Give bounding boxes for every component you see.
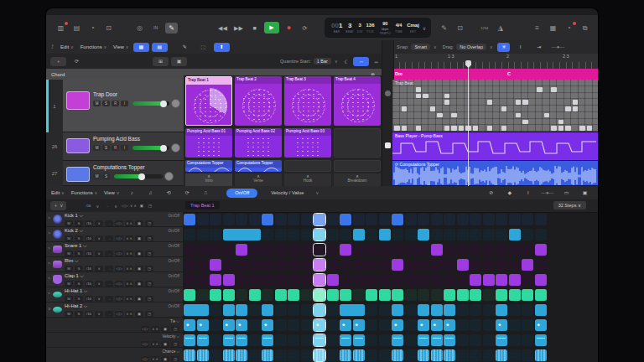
- step-cell[interactable]: ◆: [223, 319, 235, 332]
- sequencer-row-header[interactable]: Chance ⌵◁ ▷∨ ∧▣◳: [46, 348, 183, 362]
- s-button[interactable]: S: [102, 101, 110, 106]
- row-name[interactable]: Hi-Hat 1 ⌵: [65, 288, 87, 294]
- empty-loop-slot[interactable]: [334, 128, 381, 158]
- pan-knob[interactable]: [171, 143, 180, 153]
- cycle-cells-button[interactable]: ⟳: [69, 57, 85, 66]
- step-cell[interactable]: [275, 229, 287, 241]
- step-cell[interactable]: [509, 289, 521, 302]
- step-cell[interactable]: [470, 259, 481, 272]
- grid-view-toggle[interactable]: ▦: [133, 43, 149, 52]
- step-cell[interactable]: [509, 244, 521, 256]
- step-cell[interactable]: [509, 334, 521, 347]
- preview-speaker-icon[interactable]: ◆: [501, 189, 517, 198]
- step-cell[interactable]: [379, 349, 391, 362]
- step-cell[interactable]: [262, 334, 273, 347]
- step-cell[interactable]: [314, 334, 325, 347]
- step-cell[interactable]: [340, 304, 365, 317]
- step-cell[interactable]: [418, 214, 429, 226]
- pencil-edit-icon[interactable]: ✎: [438, 23, 450, 34]
- direction-icon[interactable]: →: [105, 296, 113, 302]
- sequencer-row-header[interactable]: >Clap 1 ⌵On/OffMS/16∨→◁ ▷∨ ∧▣◳: [46, 272, 183, 287]
- step-cell[interactable]: [223, 334, 235, 347]
- step-cell[interactable]: [457, 304, 469, 317]
- step-cell[interactable]: [288, 229, 299, 241]
- step-cell[interactable]: [353, 214, 365, 226]
- tracks-view-toggle[interactable]: ▤: [152, 43, 168, 52]
- step-cell[interactable]: [405, 214, 417, 226]
- step-cell[interactable]: [210, 244, 221, 256]
- midi-in-icon[interactable]: ⎍: [198, 189, 214, 198]
- step-cell[interactable]: [275, 319, 287, 332]
- s-button[interactable]: S: [102, 173, 110, 179]
- step-cell[interactable]: [431, 334, 443, 347]
- step-cell[interactable]: [483, 214, 495, 226]
- step-cell[interactable]: [366, 229, 377, 241]
- sequencer-row-header[interactable]: >Kick 1 ⌵On/OffMS/16∨→◁ ▷∨ ∧▣◳: [46, 212, 183, 227]
- step-cell[interactable]: [340, 274, 351, 287]
- metronome-icon[interactable]: ◮: [494, 23, 506, 34]
- global-clear-icon[interactable]: ▣: [138, 202, 146, 209]
- step-cell[interactable]: ◆: [340, 319, 351, 332]
- step-cell[interactable]: [457, 274, 469, 287]
- cell-edit-button[interactable]: ⊞: [153, 57, 169, 66]
- pan-knob[interactable]: [164, 172, 174, 181]
- scene-trigger[interactable]: ∧Hook: [284, 173, 331, 186]
- step-cell[interactable]: ◆: [392, 319, 403, 332]
- step-cell[interactable]: [392, 304, 403, 317]
- solo-button[interactable]: S: [75, 266, 83, 272]
- step-cell[interactable]: [535, 334, 547, 347]
- region-computations-topper[interactable]: ⟳ Computations Topper: [392, 161, 598, 186]
- rate-stepper[interactable]: ∨: [95, 235, 103, 241]
- step-cell[interactable]: [496, 304, 507, 317]
- octave-icons[interactable]: ∨ ∧: [125, 220, 133, 226]
- step-cell[interactable]: [262, 304, 273, 317]
- step-cell[interactable]: [184, 214, 195, 226]
- shift-icons[interactable]: ◁ ▷: [115, 251, 123, 256]
- step-cell[interactable]: [470, 229, 481, 241]
- mute-button[interactable]: M: [65, 235, 73, 241]
- step-cell[interactable]: [457, 334, 469, 347]
- seq-view-menu[interactable]: View ∨: [104, 190, 119, 195]
- step-cell[interactable]: [444, 274, 455, 287]
- step-cell[interactable]: [262, 229, 273, 241]
- random-icon[interactable]: ◳: [145, 235, 153, 241]
- step-cell[interactable]: [327, 304, 339, 317]
- step-cell[interactable]: [522, 349, 533, 362]
- step-cell[interactable]: [249, 349, 261, 362]
- step-cell[interactable]: [496, 289, 507, 302]
- step-cell[interactable]: [353, 349, 365, 362]
- sequencer-row-header[interactable]: ∨Hi-Hat 2 ⌵On/OffMS/16∨→◁ ▷∨ ∧▣◳: [46, 303, 183, 318]
- r-button[interactable]: R: [112, 101, 119, 106]
- step-cell[interactable]: [431, 259, 443, 272]
- step-cell[interactable]: [444, 244, 455, 256]
- step-cell[interactable]: [262, 349, 273, 362]
- expand-arrow-icon[interactable]: >: [48, 261, 50, 266]
- step-cell[interactable]: [236, 289, 247, 302]
- mute-button[interactable]: M: [65, 266, 73, 272]
- quantize-stepper[interactable]: ∨: [335, 59, 338, 64]
- step-cell[interactable]: [275, 214, 287, 226]
- step-cell[interactable]: [444, 304, 455, 317]
- step-cell[interactable]: [288, 244, 299, 256]
- step-cell[interactable]: [223, 289, 235, 302]
- step-cell[interactable]: [366, 274, 377, 287]
- clear-icon[interactable]: ▣: [135, 235, 143, 241]
- add-track-button[interactable]: ＋: [50, 57, 66, 66]
- sequencer-row-header[interactable]: Tie ⌵◁ ▷∨ ∧▣◳: [46, 318, 183, 333]
- volume-slider[interactable]: [132, 146, 169, 150]
- step-cell[interactable]: [210, 319, 221, 332]
- octave-icons[interactable]: ∨ ∧: [125, 251, 133, 256]
- step-cell[interactable]: [210, 289, 221, 302]
- step-cell[interactable]: [470, 319, 481, 332]
- m-button[interactable]: M: [93, 101, 101, 106]
- tab-on-off[interactable]: On/Off: [226, 189, 257, 198]
- step-cell[interactable]: [327, 214, 339, 226]
- random-icon[interactable]: ◳: [145, 220, 153, 226]
- step-cell[interactable]: [340, 334, 351, 347]
- loops-functions-menu[interactable]: Functions ∨: [80, 44, 106, 49]
- shift-icons[interactable]: ◁ ▷: [115, 281, 123, 287]
- collapse-arrow-icon[interactable]: ∨: [48, 306, 51, 311]
- back-arrow-icon[interactable]: ⤴: [51, 44, 54, 49]
- rate-stepper[interactable]: ∨: [95, 220, 103, 226]
- pan-knob[interactable]: [171, 99, 180, 108]
